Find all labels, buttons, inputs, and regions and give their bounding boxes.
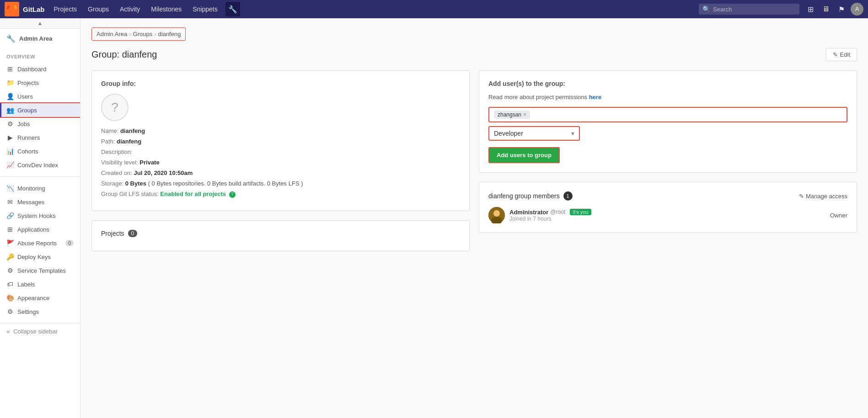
sidebar-item-label: Service Templates [17,267,66,274]
projects-title: Projects [101,230,124,237]
table-row: Administrator @root It's you Joined in 7… [488,207,847,223]
sidebar-item-jobs[interactable]: ⚙ Jobs [0,117,80,131]
member-role: Owner [830,212,847,219]
edit-icon: ✎ [833,51,838,58]
cohorts-icon: 📊 [6,148,14,155]
members-group-name: dianfeng group members [488,192,560,200]
manage-access-button[interactable]: ✎ Manage access [799,193,847,200]
user-tag-name: zhangsan [498,111,521,118]
sidebar-item-users[interactable]: 👤 Users [0,90,80,103]
sidebar-item-convdev[interactable]: 📈 ConvDev Index [0,158,80,172]
remove-user-tag[interactable]: × [523,111,526,118]
sidebar-item-messages[interactable]: ✉ Messages [0,195,80,209]
sidebar-item-labels[interactable]: 🏷 Labels [0,277,80,291]
info-storage: Storage: 0 Bytes ( 0 Bytes repositories.… [101,180,460,187]
collapse-sidebar[interactable]: « Collapse sidebar [0,323,80,339]
nav-links: Projects Groups Activity Milestones Snip… [49,2,241,16]
sidebar-item-label: Cohorts [17,148,38,155]
plus-icon-btn[interactable]: ⊞ [804,3,817,16]
logo-text: GitLab [23,5,45,13]
right-column: Add user(s) to the group: Read more abou… [479,70,857,251]
breadcrumb-admin[interactable]: Admin Area [96,31,127,37]
sidebar-item-runners[interactable]: ▶ Runners [0,131,80,144]
sidebar-section-overview-title: Overview [0,51,80,62]
sidebar-item-applications[interactable]: ⊞ Applications [0,222,80,236]
path-value: dianfeng [117,138,141,145]
search-box[interactable]: 🔍 [699,4,799,15]
user-tag-input[interactable]: zhangsan × [488,107,847,122]
sidebar-title: Admin Area [19,35,52,42]
monitor-icon-btn[interactable]: 🖥 [820,3,832,16]
convdev-icon: 📈 [6,161,14,169]
lfs-help-icon[interactable]: ? [229,191,236,198]
sidebar-item-label: Users [17,93,33,100]
manage-access-label: Manage access [806,193,847,200]
role-select-row: Developer ▾ [488,126,847,141]
dashboard-icon: ⊞ [6,65,14,73]
sidebar-item-monitoring[interactable]: 📉 Monitoring [0,181,80,195]
collapse-label: Collapse sidebar [13,328,58,335]
breadcrumb-sep-1: › [129,31,131,37]
group-info-title: Group info: [101,80,460,87]
sidebar-item-groups[interactable]: 👥 Groups [0,103,80,117]
projects-header: Projects 0 [101,230,460,237]
search-input[interactable] [713,6,796,13]
sidebar-item-label: Applications [17,226,49,233]
nav-projects[interactable]: Projects [49,3,82,16]
add-users-card: Add user(s) to the group: Read more abou… [479,70,857,173]
sidebar-item-label: Labels [17,281,35,288]
abuse-icon: 🚩 [6,239,14,247]
right-icons: ⊞ 🖥 ⚑ A [804,3,863,16]
avatar[interactable]: A [851,3,863,16]
sidebar-header: 🔧 Admin Area [0,29,80,48]
jobs-icon: ⚙ [6,120,14,127]
sidebar-item-dashboard[interactable]: ⊞ Dashboard [0,62,80,76]
sidebar-item-label: Messages [17,199,44,206]
scroll-up-btn[interactable]: ▲ [38,20,43,26]
projects-card: Projects 0 [91,220,470,251]
applications-icon: ⊞ [6,226,14,233]
nav-activity[interactable]: Activity [115,3,145,16]
sidebar-item-label: Jobs [17,121,30,127]
edit-button[interactable]: ✎ Edit [826,48,857,61]
monitoring-icon: 📉 [6,185,14,192]
sidebar-item-system-hooks[interactable]: 🔗 System Hooks [0,209,80,222]
sidebar-item-label: Settings [17,308,39,315]
sidebar-item-cohorts[interactable]: 📊 Cohorts [0,144,80,158]
role-select[interactable]: Developer ▾ [488,126,580,141]
flag-icon-btn[interactable]: ⚑ [835,3,848,16]
page-title: Group: dianfeng [91,49,157,60]
sidebar-item-abuse-reports[interactable]: 🚩 Abuse Reports 0 [0,236,80,250]
sidebar-item-service-templates[interactable]: ⚙ Service Templates [0,264,80,277]
group-avatar: ? [101,94,129,121]
sidebar-item-deploy-keys[interactable]: 🔑 Deploy Keys [0,250,80,264]
admin-area-icon-btn[interactable]: 🔧 [225,2,240,16]
lfs-value[interactable]: Enabled for all projects [160,190,226,197]
sidebar-item-label: Runners [17,134,40,141]
created-value: Jul 20, 2020 10:50am [134,169,193,176]
abuse-badge: 0 [65,240,74,246]
breadcrumb-groups[interactable]: Groups [133,31,153,37]
nav-groups[interactable]: Groups [83,3,113,16]
projects-count: 0 [128,230,138,237]
info-path: Path: dianfeng [101,138,460,145]
logo[interactable]: GitLab [5,2,45,16]
nav-snippets[interactable]: Snippets [188,3,222,16]
top-navigation: GitLab Projects Groups Activity Mileston… [0,0,868,18]
main-content: Admin Area › Groups › dianfeng Group: di… [80,18,868,418]
lfs-label: Group Git LFS status: [101,190,159,197]
sidebar-item-appearance[interactable]: 🎨 Appearance [0,291,80,305]
breadcrumb-sep-2: › [154,31,156,37]
sidebar-item-settings[interactable]: ⚙ Settings [0,305,80,318]
sidebar-item-label: ConvDev Index [17,162,58,169]
admin-wrench-icon: 🔧 [6,34,16,43]
add-users-button[interactable]: Add users to group [488,147,560,163]
svg-point-1 [493,210,500,217]
page-header: Group: dianfeng ✎ Edit [91,48,857,61]
sidebar-item-label: Appearance [17,295,49,302]
add-users-title: Add user(s) to the group: [488,80,847,87]
sidebar-scroll-top[interactable]: ▲ [0,18,80,29]
permission-link[interactable]: here [589,94,601,101]
nav-milestones[interactable]: Milestones [146,3,186,16]
sidebar-item-projects[interactable]: 📁 Projects [0,76,80,90]
